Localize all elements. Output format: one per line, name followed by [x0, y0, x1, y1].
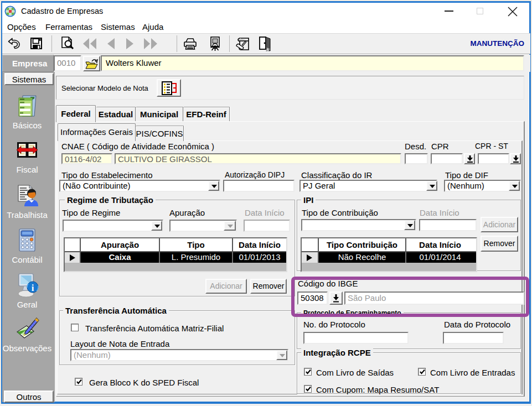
svg-text:i: i — [32, 283, 34, 293]
